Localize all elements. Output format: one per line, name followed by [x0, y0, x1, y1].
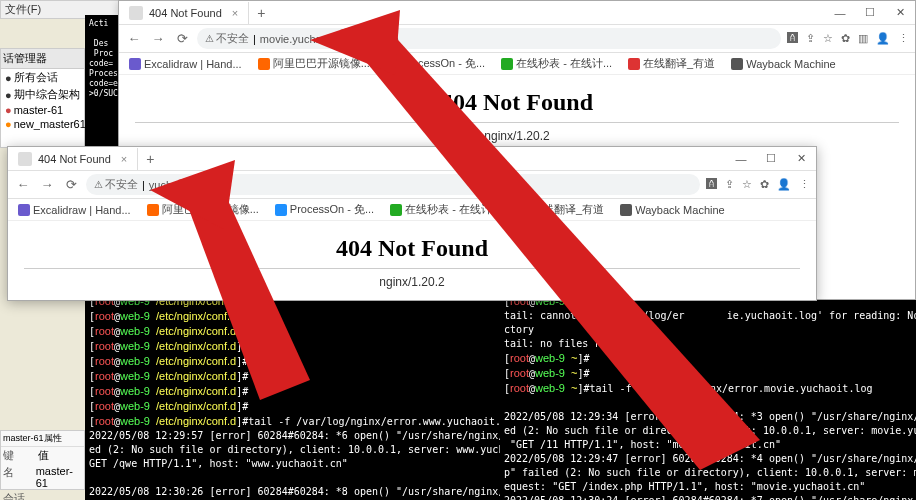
bookmark-item[interactable]: 在线秒表 - 在线计...: [497, 54, 616, 73]
reading-list-icon[interactable]: ▥: [858, 32, 868, 45]
address-bar: ← → ⟳ ⚠ 不安全 | yuchaoit.cn/qwe 🅰 ⇪ ☆ ✿ 👤 …: [8, 171, 816, 199]
panel-title: 话管理器: [1, 49, 84, 69]
bookmark-favicon: [129, 58, 141, 70]
bookmark-label: 阿里巴巴开源镜像...: [162, 202, 259, 217]
menu-icon[interactable]: ⋮: [898, 32, 909, 45]
address-bar: ← → ⟳ ⚠ 不安全 | movie.yuchaoit.cn/index.ph…: [119, 25, 915, 53]
titlebar: 404 Not Found × + — ☐ ✕: [8, 147, 816, 171]
bookmark-item[interactable]: 阿里巴巴开源镜像...: [143, 200, 263, 219]
back-button[interactable]: ←: [14, 176, 32, 194]
bookmark-label: 在线秒表 - 在线计...: [516, 56, 612, 71]
bookmark-label: Wayback Machine: [635, 204, 724, 216]
close-button[interactable]: ✕: [786, 148, 816, 170]
bookmark-favicon: [390, 204, 402, 216]
browser-window-2: 404 Not Found × + — ☐ ✕ ← → ⟳ ⚠ 不安全 | yu…: [7, 146, 817, 301]
bookmark-item[interactable]: 在线秒表 - 在线计...: [386, 200, 505, 219]
tab-favicon: [18, 152, 32, 166]
bookmark-item[interactable]: 在线翻译_有道: [513, 200, 608, 219]
bookmark-favicon: [147, 204, 159, 216]
tree-item[interactable]: ●master-61: [1, 103, 84, 117]
bookmark-item[interactable]: Excalidraw | Hand...: [14, 202, 135, 218]
bookmark-favicon: [620, 204, 632, 216]
forward-button[interactable]: →: [38, 176, 56, 194]
bookmark-label: ProcessOn - 免...: [401, 56, 485, 71]
bookmark-item[interactable]: Wayback Machine: [727, 56, 839, 72]
terminal-left[interactable]: [root@web-9 /etc/nginx/conf.d]# [root@we…: [85, 290, 500, 500]
bookmark-icon[interactable]: ☆: [742, 178, 752, 191]
bookmark-label: Excalidraw | Hand...: [144, 58, 242, 70]
close-button[interactable]: ✕: [885, 2, 915, 24]
tree-item[interactable]: ●期中综合架构: [1, 86, 84, 103]
session-tree: ●所有会话●期中综合架构●master-61●new_master61: [1, 69, 84, 131]
window-controls: — ☐ ✕: [726, 148, 816, 170]
new-tab-button[interactable]: +: [249, 3, 273, 23]
bookmark-favicon: [731, 58, 743, 70]
tab-close-button[interactable]: ×: [232, 7, 238, 19]
bookmark-item[interactable]: ProcessOn - 免...: [271, 200, 378, 219]
menu-icon[interactable]: ⋮: [799, 178, 810, 191]
bookmark-label: 在线秒表 - 在线计...: [405, 202, 501, 217]
bookmark-label: 阿里巴巴开源镜像...: [273, 56, 370, 71]
tab-favicon: [129, 6, 143, 20]
bookmark-item[interactable]: Excalidraw | Hand...: [125, 56, 246, 72]
new-tab-button[interactable]: +: [138, 149, 162, 169]
server-signature: nginx/1.20.2: [8, 275, 816, 289]
prop-title: master-61属性: [1, 431, 84, 447]
security-chip[interactable]: ⚠ 不安全: [205, 31, 249, 46]
bookmark-favicon: [258, 58, 270, 70]
tab-close-button[interactable]: ×: [121, 153, 127, 165]
bookmark-item[interactable]: Wayback Machine: [616, 202, 728, 218]
property-row: 会话: [1, 490, 84, 500]
page-body: 404 Not Found nginx/1.20.2: [119, 75, 915, 151]
page-body: 404 Not Found nginx/1.20.2: [8, 221, 816, 297]
reload-button[interactable]: ⟳: [173, 30, 191, 48]
tree-item[interactable]: ●所有会话: [1, 69, 84, 86]
bookmark-label: ProcessOn - 免...: [290, 202, 374, 217]
translate-icon[interactable]: 🅰: [787, 32, 798, 45]
back-button[interactable]: ←: [125, 30, 143, 48]
bookmark-label: 在线翻译_有道: [643, 56, 715, 71]
bookmark-label: 在线翻译_有道: [532, 202, 604, 217]
bookmark-favicon: [18, 204, 30, 216]
browser-tab[interactable]: 404 Not Found ×: [8, 148, 138, 170]
bookmark-bar: Excalidraw | Hand...阿里巴巴开源镜像...ProcessOn…: [8, 199, 816, 221]
bookmark-favicon: [628, 58, 640, 70]
titlebar: 404 Not Found × + — ☐ ✕: [119, 1, 915, 25]
forward-button[interactable]: →: [149, 30, 167, 48]
minimize-button[interactable]: —: [726, 148, 756, 170]
url-text: movie.yuchaoit.cn/index.php: [260, 33, 399, 45]
terminal-right[interactable]: [root@web-9 ~]# tail: cannot open '/var/…: [500, 290, 916, 500]
reload-button[interactable]: ⟳: [62, 176, 80, 194]
url-input[interactable]: ⚠ 不安全 | yuchaoit.cn/qwe: [86, 174, 700, 195]
bookmark-favicon: [517, 204, 529, 216]
bookmark-label: Wayback Machine: [746, 58, 835, 70]
maximize-button[interactable]: ☐: [855, 2, 885, 24]
bookmark-item[interactable]: 在线翻译_有道: [624, 54, 719, 73]
bookmark-item[interactable]: 阿里巴巴开源镜像...: [254, 54, 374, 73]
divider: [24, 268, 800, 269]
share-icon[interactable]: ⇪: [725, 178, 734, 191]
maximize-button[interactable]: ☐: [756, 148, 786, 170]
property-row: 名master-61: [1, 464, 84, 490]
bookmark-label: Excalidraw | Hand...: [33, 204, 131, 216]
url-text: yuchaoit.cn/qwe: [149, 179, 228, 191]
profile-icon[interactable]: 👤: [777, 178, 791, 191]
tree-item[interactable]: ●new_master61: [1, 117, 84, 131]
url-input[interactable]: ⚠ 不安全 | movie.yuchaoit.cn/index.php: [197, 28, 781, 49]
bookmark-bar: Excalidraw | Hand...阿里巴巴开源镜像...ProcessOn…: [119, 53, 915, 75]
server-signature: nginx/1.20.2: [119, 129, 915, 143]
bookmark-item[interactable]: ProcessOn - 免...: [382, 54, 489, 73]
bookmark-favicon: [275, 204, 287, 216]
security-chip[interactable]: ⚠ 不安全: [94, 177, 138, 192]
property-row: 键值: [1, 447, 84, 464]
share-icon[interactable]: ⇪: [806, 32, 815, 45]
extensions-icon[interactable]: ✿: [760, 178, 769, 191]
translate-icon[interactable]: 🅰: [706, 178, 717, 191]
profile-icon[interactable]: 👤: [876, 32, 890, 45]
extensions-icon[interactable]: ✿: [841, 32, 850, 45]
session-manager-panel: 话管理器 ●所有会话●期中综合架构●master-61●new_master61: [0, 48, 85, 148]
error-heading: 404 Not Found: [8, 235, 816, 262]
bookmark-icon[interactable]: ☆: [823, 32, 833, 45]
minimize-button[interactable]: —: [825, 2, 855, 24]
browser-tab[interactable]: 404 Not Found ×: [119, 2, 249, 24]
